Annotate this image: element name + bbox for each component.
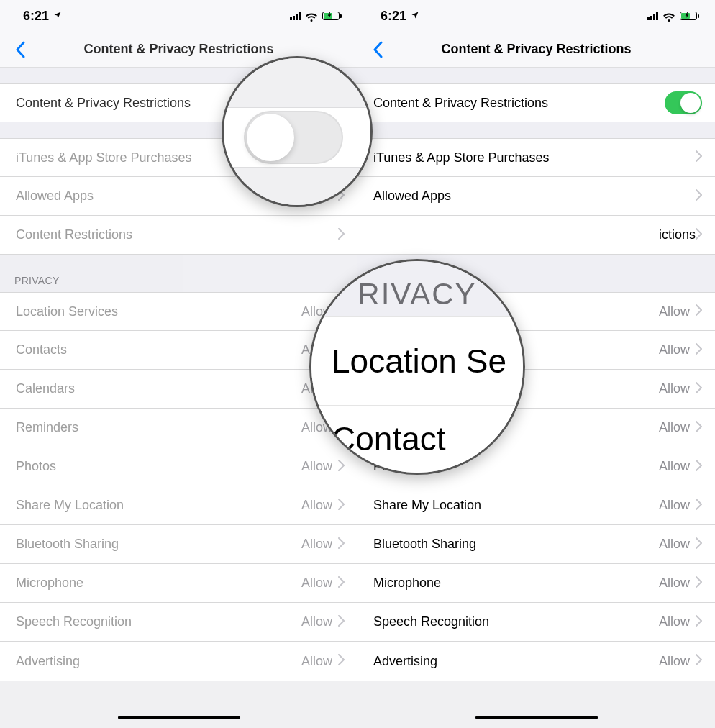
row-label: Advertising [16, 654, 301, 669]
chevron-right-icon [696, 537, 702, 552]
row-label: Microphone [373, 575, 659, 591]
row-detail: Allow [659, 614, 690, 629]
status-time-area: 6:21 [381, 9, 419, 24]
row-detail: Allow [301, 614, 332, 629]
row-detail: Allow [659, 498, 690, 513]
row-detail: Allow [659, 575, 690, 591]
status-time-area: 6:21 [23, 9, 62, 24]
chevron-right-icon [696, 421, 702, 435]
wifi-icon [305, 11, 318, 21]
chevron-left-icon [373, 41, 383, 58]
row-detail: Allow [301, 654, 332, 669]
privacy-section-header: PRIVACY [0, 255, 358, 292]
battery-icon [322, 12, 342, 20]
bluetooth-sharing-row[interactable]: Bluetooth Sharing Allow [0, 525, 358, 564]
row-detail: Allow [659, 420, 690, 435]
row-label: Speech Recognition [16, 614, 301, 629]
chevron-left-icon [15, 41, 25, 58]
chevron-right-icon [338, 576, 345, 591]
row-detail: Allow [301, 575, 332, 591]
row-label: iTunes & App Store Purchases [373, 150, 696, 165]
magnifier-toggle-zoom [222, 56, 373, 207]
row-label: Contacts [16, 342, 301, 358]
chevron-right-icon [696, 304, 702, 319]
chevron-right-icon [696, 228, 702, 242]
advertising-row[interactable]: Advertising Allow [0, 642, 358, 681]
row-label: Microphone [16, 575, 301, 591]
chevron-right-icon [696, 654, 702, 668]
row-detail: Allow [659, 459, 690, 474]
content-privacy-toggle-row[interactable]: Content & Privacy Restrictions [358, 83, 715, 122]
bluetooth-sharing-row[interactable]: Bluetooth Sharing Allow [358, 525, 715, 564]
chevron-right-icon [338, 228, 345, 242]
speech-recognition-row[interactable]: Speech Recognition Allow [0, 603, 358, 642]
chevron-right-icon [338, 460, 345, 474]
microphone-row[interactable]: Microphone Allow [0, 564, 358, 603]
row-label: Allowed Apps [373, 188, 696, 204]
status-bar: 6:21 [358, 0, 715, 32]
allowed-apps-row[interactable]: Allowed Apps [358, 177, 715, 216]
status-bar: 6:21 [0, 0, 358, 32]
location-arrow-icon [53, 10, 62, 22]
row-label: Content & Privacy Restrictions [373, 96, 665, 111]
row-label: Calendars [16, 381, 301, 396]
zoom-row-location: Location Se [311, 316, 523, 404]
row-detail: Allow [301, 537, 332, 552]
chevron-right-icon [696, 150, 702, 165]
advertising-row[interactable]: Advertising Allow [358, 642, 715, 681]
location-services-row[interactable]: Location Services Allow [0, 292, 358, 331]
status-time: 6:21 [381, 9, 406, 24]
content-restrictions-row[interactable]: Content Restrictions [0, 216, 358, 255]
microphone-row[interactable]: Microphone Allow [358, 564, 715, 603]
toggle-switch-on[interactable] [665, 91, 702, 114]
cellular-signal-icon [647, 12, 658, 20]
row-label: Share My Location [16, 498, 301, 513]
row-label: Advertising [373, 654, 659, 669]
chevron-right-icon [338, 615, 345, 629]
switch-off-icon [244, 111, 343, 164]
battery-icon [680, 12, 699, 20]
row-label: Share My Location [373, 498, 659, 513]
nav-title: Content & Privacy Restrictions [358, 42, 715, 57]
photos-row[interactable]: Photos Allow [0, 447, 358, 486]
row-detail: Allow [659, 537, 690, 552]
row-label: Location Services [16, 304, 301, 319]
row-label: Photos [16, 459, 301, 474]
magnifier-privacy-zoom: RIVACY Location Se Contact [309, 259, 525, 475]
itunes-app-store-row[interactable]: iTunes & App Store Purchases [358, 138, 715, 177]
home-indicator[interactable] [475, 716, 598, 719]
speech-recognition-row[interactable]: Speech Recognition Allow [358, 603, 715, 642]
row-label: Bluetooth Sharing [373, 537, 659, 552]
contacts-row[interactable]: Contacts Allow [0, 331, 358, 370]
section-gap [358, 68, 715, 83]
chevron-right-icon [696, 576, 702, 591]
share-my-location-row[interactable]: Share My Location Allow [358, 486, 715, 525]
chevron-right-icon [696, 460, 702, 474]
chevron-right-icon [696, 343, 702, 358]
back-button[interactable] [363, 35, 392, 64]
reminders-row[interactable]: Reminders Allow [0, 409, 358, 447]
chevron-right-icon [338, 654, 345, 668]
nav-title: Content & Privacy Restrictions [0, 42, 358, 57]
home-indicator[interactable] [118, 716, 240, 719]
row-detail: Allow [301, 459, 332, 474]
back-button[interactable] [6, 35, 35, 64]
nav-header: Content & Privacy Restrictions [358, 32, 715, 68]
calendars-row[interactable]: Calendars Allow [0, 370, 358, 409]
row-detail: Allow [659, 381, 690, 396]
status-indicators [647, 11, 699, 21]
row-detail: Allow [659, 654, 690, 669]
row-detail: Allow [659, 304, 690, 319]
row-detail: Allow [301, 498, 332, 513]
chevron-right-icon [696, 499, 702, 513]
chevron-right-icon [338, 499, 345, 513]
chevron-right-icon [696, 382, 702, 396]
status-time: 6:21 [23, 9, 49, 24]
chevron-right-icon [338, 537, 345, 552]
row-detail: Allow [659, 342, 690, 358]
section-gap [358, 122, 715, 138]
content-restrictions-row[interactable]: ictions [358, 216, 715, 255]
share-my-location-row[interactable]: Share My Location Allow [0, 486, 358, 525]
row-label: Speech Recognition [373, 614, 659, 629]
row-label: Bluetooth Sharing [16, 537, 301, 552]
